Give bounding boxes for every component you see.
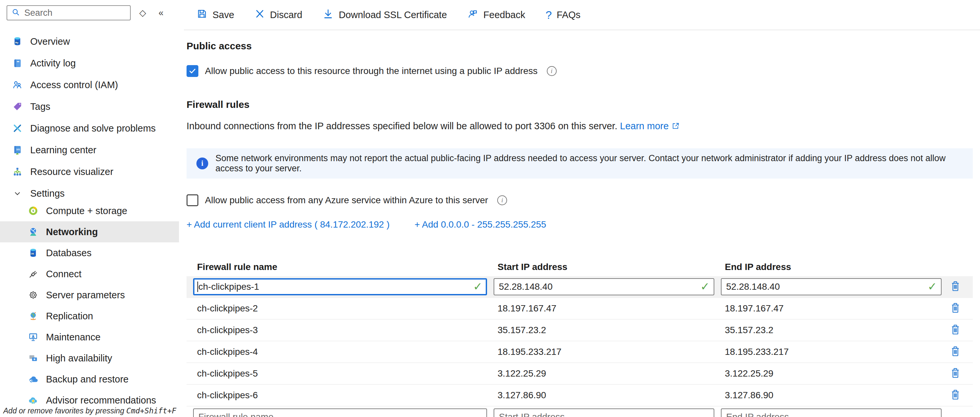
allow-azure-services-row: Allow public access from any Azure servi… xyxy=(186,194,973,206)
learn-more-link[interactable]: Learn more xyxy=(620,121,669,131)
firewall-rules-table: Firewall rule name Start IP address End … xyxy=(186,258,973,417)
settings-group-items: $ Compute + storage Networking DB Databa… xyxy=(0,200,179,411)
add-current-client-ip-link[interactable]: + Add current client IP address ( 84.172… xyxy=(186,219,390,230)
compute-storage-icon: $ xyxy=(28,205,39,216)
info-badge-icon: i xyxy=(196,158,208,169)
favorites-hint: Add or remove favorites by pressing Cmd+… xyxy=(3,406,177,415)
add-all-ips-link[interactable]: + Add 0.0.0.0 - 255.255.255.255 xyxy=(414,219,546,230)
sidebar-item-high-availability[interactable]: High availability xyxy=(0,348,179,369)
external-link-icon xyxy=(671,121,680,133)
question-mark-icon: ? xyxy=(546,8,552,21)
command-bar: Save Discard Download SSL Certificate Fe… xyxy=(184,0,980,30)
delete-rule-button[interactable] xyxy=(949,345,962,359)
sidebar-item-databases[interactable]: DB Databases xyxy=(0,242,179,264)
delete-rule-button[interactable] xyxy=(949,366,962,381)
resource-tree-icon xyxy=(12,166,23,177)
activity-log-icon xyxy=(12,58,23,69)
high-availability-icon xyxy=(28,353,39,364)
allow-public-access-checkbox[interactable] xyxy=(186,65,198,77)
rule-end-ip: 3.122.25.29 xyxy=(714,368,942,379)
svg-text:DB: DB xyxy=(31,252,34,255)
feedback-button[interactable]: Feedback xyxy=(467,8,525,22)
info-icon[interactable]: i xyxy=(547,66,557,76)
allow-public-access-row: Allow public access to this resource thr… xyxy=(186,65,973,77)
collapse-sidebar-icon[interactable]: « xyxy=(159,8,164,18)
delete-rule-button[interactable] xyxy=(949,388,962,403)
sidebar-item-label: Overview xyxy=(30,36,70,47)
save-button[interactable]: Save xyxy=(196,8,234,22)
database-icon: DB xyxy=(28,247,39,259)
info-icon[interactable]: i xyxy=(497,195,507,205)
sidebar-search-box[interactable] xyxy=(6,5,131,21)
rule-name-input[interactable] xyxy=(193,278,487,295)
table-header-row: Firewall rule name Start IP address End … xyxy=(186,258,973,276)
sidebar-item-connect[interactable]: Connect xyxy=(0,264,179,284)
sidebar-item-label: Networking xyxy=(46,227,98,237)
sidebar-item-access-control[interactable]: Access control (IAM) xyxy=(0,74,179,96)
delete-rule-button[interactable] xyxy=(949,280,962,294)
discard-button[interactable]: Discard xyxy=(255,8,302,21)
end-ip-input[interactable] xyxy=(721,278,942,295)
sidebar-item-diagnose[interactable]: Diagnose and solve problems xyxy=(0,117,179,139)
new-end-ip-input[interactable] xyxy=(721,409,942,417)
delete-rule-button[interactable] xyxy=(949,323,962,337)
sidebar-item-learning-center[interactable]: 101 Learning center xyxy=(0,139,179,161)
rule-start-ip: 18.197.167.47 xyxy=(487,303,714,314)
new-rule-name-input[interactable] xyxy=(193,409,487,417)
sidebar-item-server-parameters[interactable]: Server parameters xyxy=(0,284,179,305)
download-ssl-certificate-button[interactable]: Download SSL Certificate xyxy=(323,8,447,22)
faqs-button[interactable]: ? FAQs xyxy=(546,8,580,21)
rule-name: ch-clickpipes-2 xyxy=(186,303,487,314)
sidebar-item-compute-storage[interactable]: $ Compute + storage xyxy=(0,200,179,221)
networking-content: Public access Allow public access to thi… xyxy=(184,40,980,417)
feedback-person-icon xyxy=(467,8,479,22)
sidebar-item-overview[interactable]: My Overview xyxy=(0,30,179,52)
search-input[interactable] xyxy=(24,8,126,18)
sidebar-item-resource-visualizer[interactable]: Resource visualizer xyxy=(0,161,179,182)
sidebar-item-label: Advisor recommendations xyxy=(46,395,156,406)
sidebar-item-label: Connect xyxy=(46,269,81,280)
svg-text:101: 101 xyxy=(16,148,20,151)
rule-name-field: ✓ xyxy=(193,278,487,295)
maintenance-monitor-icon xyxy=(28,331,39,343)
sidebar-item-maintenance[interactable]: Maintenance xyxy=(0,327,179,348)
sidebar-item-label: High availability xyxy=(46,353,112,364)
sidebar-item-backup-restore[interactable]: Backup and restore xyxy=(0,369,179,390)
sidebar-item-activity-log[interactable]: Activity log xyxy=(0,52,179,74)
networking-pane: Save Discard Download SSL Certificate Fe… xyxy=(184,0,980,417)
resource-menu-sidebar: ◇ « My Overview Activity log Access cont… xyxy=(0,0,179,417)
rule-end-ip: 18.195.233.217 xyxy=(714,347,942,357)
advisor-cloud-icon xyxy=(28,395,39,406)
new-start-ip-input[interactable] xyxy=(493,409,714,417)
rule-end-ip: 3.127.86.90 xyxy=(714,390,942,401)
end-ip-field: ✓ xyxy=(721,278,942,295)
menu-resize-icon[interactable]: ◇ xyxy=(139,8,146,18)
table-row-new xyxy=(186,406,973,417)
table-row: ch-clickpipes-3 35.157.23.2 35.157.23.2 xyxy=(186,319,973,341)
rule-end-ip: 35.157.23.2 xyxy=(714,325,942,336)
sidebar-item-label: Activity log xyxy=(30,58,76,69)
delete-rule-button[interactable] xyxy=(949,301,962,316)
backup-cloud-icon xyxy=(28,374,39,385)
table-row: ch-clickpipes-2 18.197.167.47 18.197.167… xyxy=(186,297,973,319)
sidebar-search-row: ◇ « xyxy=(0,0,179,21)
svg-text:My: My xyxy=(15,41,18,44)
sidebar-item-tags[interactable]: Tags xyxy=(0,96,179,117)
rule-start-ip: 35.157.23.2 xyxy=(487,325,714,336)
info-banner-text: Some network environments may not report… xyxy=(215,153,963,174)
tag-icon xyxy=(12,101,23,112)
sidebar-item-replication[interactable]: Replication xyxy=(0,305,179,327)
sidebar-item-networking[interactable]: Networking xyxy=(0,221,179,242)
save-icon xyxy=(196,8,208,22)
allow-azure-services-checkbox[interactable] xyxy=(186,194,198,206)
start-ip-input[interactable] xyxy=(493,278,714,295)
sidebar-item-label: Server parameters xyxy=(46,290,125,300)
search-icon xyxy=(11,8,21,18)
new-start-ip-field xyxy=(493,409,714,417)
table-row: ch-clickpipes-6 3.127.86.90 3.127.86.90 xyxy=(186,384,973,406)
plug-icon xyxy=(28,268,39,280)
sidebar-group-label: Settings xyxy=(30,188,65,199)
sidebar-item-label: Backup and restore xyxy=(46,374,129,385)
rule-end-ip: 18.197.167.47 xyxy=(714,303,942,314)
rule-start-ip: 3.122.25.29 xyxy=(487,368,714,379)
